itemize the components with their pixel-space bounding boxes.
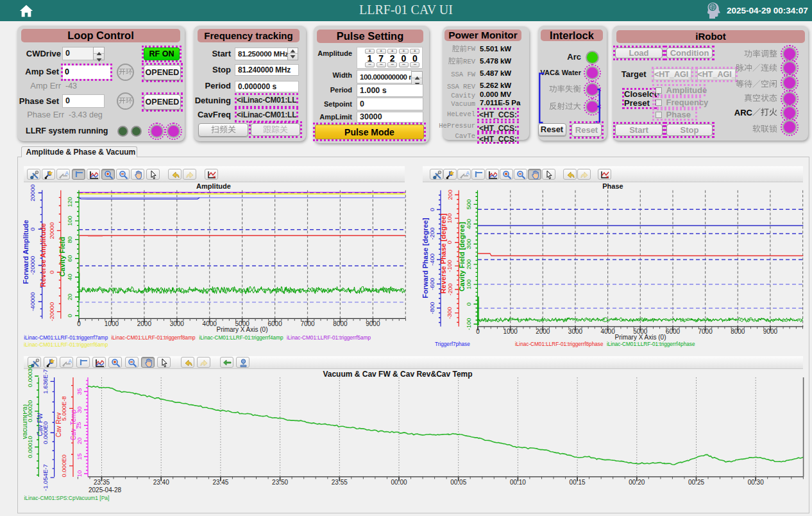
svg-text:Phase: Phase xyxy=(602,182,623,190)
svg-text:Cavity Field: Cavity Field xyxy=(58,237,66,277)
svg-text:80: 80 xyxy=(66,236,73,243)
svg-text:35: 35 xyxy=(76,388,83,395)
svg-text:0: 0 xyxy=(48,271,55,274)
svg-text:15: 15 xyxy=(76,453,83,460)
svg-text:-200: -200 xyxy=(428,227,436,239)
svg-text:0.00030: 0.00030 xyxy=(26,365,33,387)
svg-text:100: 100 xyxy=(465,279,472,289)
svg-text:1.636E-7: 1.636E-7 xyxy=(42,369,49,394)
svg-text:-800: -800 xyxy=(428,302,436,314)
svg-text:Triggerf7phase: Triggerf7phase xyxy=(435,341,470,347)
svg-text:500: 500 xyxy=(465,199,472,209)
svg-text:0.000E0: 0.000E0 xyxy=(61,454,68,477)
svg-text:Forward Phase [degree]: Forward Phase [degree] xyxy=(421,218,429,298)
svg-text:-20000: -20000 xyxy=(48,302,55,322)
svg-text:Cav_Temp: Cav_Temp xyxy=(70,409,77,440)
svg-text:20000: 20000 xyxy=(48,222,55,239)
svg-text:iLinac-CM01:LLRF-01:triggerrf4: iLinac-CM01:LLRF-01:triggerrf4phase xyxy=(607,341,695,347)
svg-text:0: 0 xyxy=(66,314,73,317)
svg-text:Cav Rev: Cav Rev xyxy=(55,413,62,437)
svg-text:200: 200 xyxy=(446,190,453,200)
svg-text:300: 300 xyxy=(465,239,472,249)
svg-text:Forward Amplitude: Forward Amplitude xyxy=(23,220,30,284)
svg-text:-400: -400 xyxy=(428,254,436,266)
svg-text:100: 100 xyxy=(66,216,73,226)
svg-text:Primary X Axis (0): Primary X Axis (0) xyxy=(216,326,267,333)
svg-text:-600: -600 xyxy=(428,278,436,290)
svg-text:iLinac-CM01:LLRF-01:triggerrf8: iLinac-CM01:LLRF-01:triggerrf8amp xyxy=(112,335,196,341)
svg-text:2025-04-28: 2025-04-28 xyxy=(89,486,122,494)
svg-text:iLinac-CM01:LLRF-01:triggerrf8: iLinac-CM01:LLRF-01:triggerrf8phase xyxy=(515,341,604,347)
svg-text:400: 400 xyxy=(465,219,472,229)
svg-text:-20000: -20000 xyxy=(29,256,36,275)
svg-text:40: 40 xyxy=(66,274,73,281)
svg-text:0: 0 xyxy=(428,208,436,211)
svg-text:iLinac-CM01:LLRF-01:triggerrf7: iLinac-CM01:LLRF-01:triggerrf7amp xyxy=(24,335,108,341)
svg-text:Reverse Amplitude: Reverse Amplitude xyxy=(40,223,47,287)
svg-text:60: 60 xyxy=(66,255,73,262)
svg-text:Cav FW: Cav FW xyxy=(37,413,44,436)
svg-text:iLinac-CM01:LLRF-01:triggerrf4: iLinac-CM01:LLRF-01:triggerrf4amp xyxy=(199,335,283,341)
svg-text:-100: -100 xyxy=(446,260,453,272)
svg-text:Amplitude: Amplitude xyxy=(196,182,231,190)
svg-text:Cavity Field [degree]: Cavity Field [degree] xyxy=(458,222,466,292)
svg-text:Vacuum(Pa): Vacuum(Pa) xyxy=(23,404,28,440)
svg-text:-1.054E-7: -1.054E-7 xyxy=(42,464,49,491)
svg-text:Primary X Axis (0): Primary X Axis (0) xyxy=(614,334,666,341)
svg-text:Reverse Phase [degree]: Reverse Phase [degree] xyxy=(439,213,447,293)
svg-text:-100: -100 xyxy=(465,318,472,330)
svg-text:200: 200 xyxy=(465,259,472,270)
svg-text:20000: 20000 xyxy=(29,184,36,201)
svg-text:10: 10 xyxy=(76,470,83,477)
svg-text:iLinac-CM01:LLRF-01:triggerrf6: iLinac-CM01:LLRF-01:triggerrf6amp xyxy=(24,342,108,348)
svg-text:100: 100 xyxy=(446,213,453,223)
svg-text:20: 20 xyxy=(66,293,73,300)
svg-text:Vacuum & Cav FW & Cav Rev&Cav: Vacuum & Cav FW & Cav Rev&Cav Temp xyxy=(323,370,472,379)
svg-text:-300: -300 xyxy=(446,307,453,319)
svg-text:0: 0 xyxy=(29,227,36,230)
svg-text:0: 0 xyxy=(446,241,453,244)
svg-text:-40000: -40000 xyxy=(29,292,36,311)
svg-text:120: 120 xyxy=(66,197,73,207)
svg-text:0: 0 xyxy=(465,302,472,305)
svg-text:iLinac-CM01:LLRF-01:triggerrf5: iLinac-CM01:LLRF-01:triggerrf5amp xyxy=(287,335,371,341)
svg-text:-200: -200 xyxy=(446,283,453,295)
svg-text:iLinac-CM01:SPS:CpVacuum1 [Pa]: iLinac-CM01:SPS:CpVacuum1 [Pa] xyxy=(24,495,109,501)
